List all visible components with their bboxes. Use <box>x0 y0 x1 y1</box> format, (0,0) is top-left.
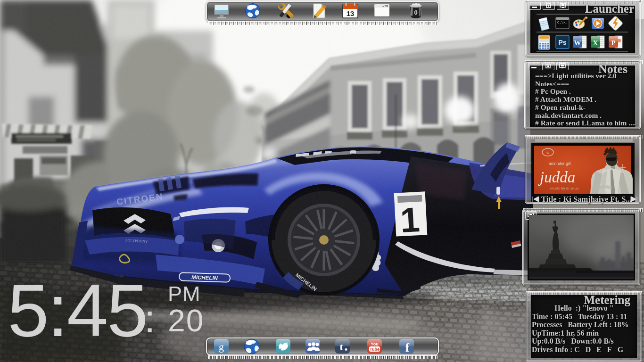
svg-text:13: 13 <box>347 9 355 17</box>
svg-text:C:\>_: C:\>_ <box>557 21 568 25</box>
svg-text:ts: ts <box>546 151 549 154</box>
svg-text:music by dr zeus: music by dr zeus <box>550 186 578 190</box>
svg-text:You: You <box>371 342 378 346</box>
svg-text:f: f <box>405 341 410 354</box>
svg-text:Ps: Ps <box>558 39 566 46</box>
svg-text:t: t <box>340 341 343 353</box>
svg-text:0: 0 <box>414 9 417 16</box>
svg-text:X: X <box>593 39 598 47</box>
svg-text:judda: judda <box>538 169 575 186</box>
svg-text:W: W <box>574 39 581 47</box>
svg-text:amrinder gill: amrinder gill <box>549 161 570 166</box>
svg-text:P: P <box>611 39 615 47</box>
svg-text:Tube: Tube <box>370 347 380 352</box>
svg-text:g: g <box>219 341 224 353</box>
svg-text:–+x: –+x <box>382 4 388 8</box>
